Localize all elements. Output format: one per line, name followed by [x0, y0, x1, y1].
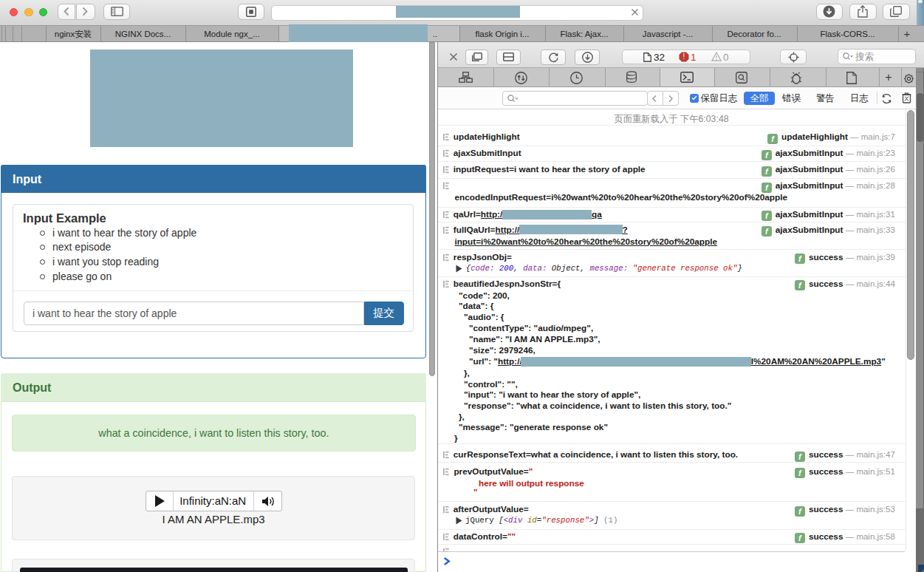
- svg-text:!: !: [682, 52, 685, 61]
